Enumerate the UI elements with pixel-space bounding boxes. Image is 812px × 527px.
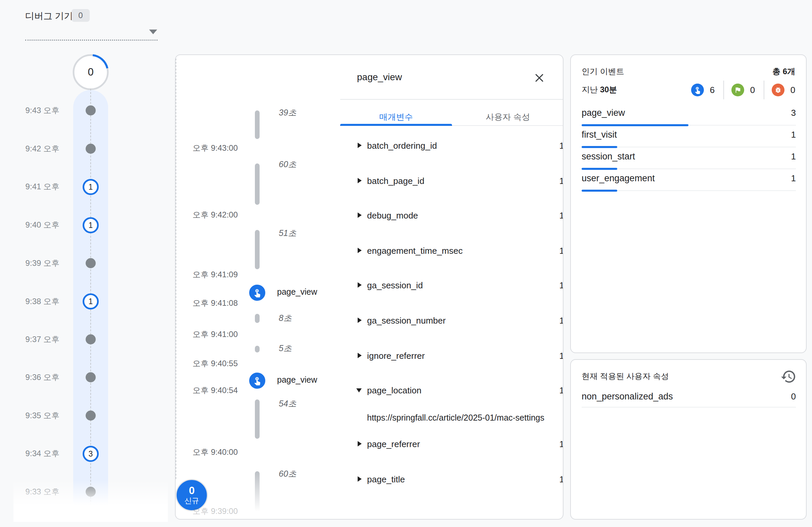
timeline-bottom-fade <box>13 480 168 522</box>
user-property-row[interactable]: non_personalized_ads 0 <box>582 387 796 408</box>
minute-marker-dot[interactable] <box>86 334 96 345</box>
param-row[interactable]: debug_mode 1 <box>357 210 552 222</box>
param-name: page_location <box>367 385 421 396</box>
minute-marker-dot[interactable] <box>86 105 96 116</box>
param-row-expanded[interactable]: page_location 1 <box>357 385 552 397</box>
expand-arrow-icon[interactable] <box>358 353 362 358</box>
duration-label: 60초 <box>279 468 296 479</box>
top-event-row[interactable]: page_view 3 <box>582 104 796 126</box>
expand-arrow-icon[interactable] <box>358 143 362 148</box>
minute-label: 9:37 오후 <box>13 334 59 345</box>
param-row[interactable]: page_title 1 <box>357 474 552 486</box>
minute-marker-count[interactable]: 3 <box>83 446 99 462</box>
event-marker[interactable] <box>249 372 265 389</box>
top-event-count: 1 <box>791 130 796 140</box>
param-name: page_title <box>367 474 405 485</box>
last-30min-prefix: 지난 <box>582 85 600 94</box>
top-events-total: 총 6개 <box>772 66 795 77</box>
param-expanded-value: https://springfall.cc/article/2025-01/ma… <box>367 413 564 423</box>
touch-icon <box>252 376 262 385</box>
user-properties-title: 현재 적용된 사용자 속성 <box>582 371 669 382</box>
engagement-segment <box>255 163 260 205</box>
close-icon[interactable] <box>534 72 545 84</box>
param-row[interactable]: page_referrer 1 <box>357 439 552 451</box>
tab-parameters[interactable]: 매개변수 <box>340 112 452 122</box>
minute-label: 9:41 오후 <box>13 181 59 192</box>
engagement-segment <box>255 230 260 269</box>
minute-marker-count[interactable]: 1 <box>83 293 99 309</box>
param-name: page_referrer <box>367 439 420 450</box>
errors-count: 0 <box>789 85 797 95</box>
active-tab-indicator <box>340 124 452 126</box>
duration-label: 8초 <box>279 312 292 324</box>
event-detail-title: page_view <box>357 72 402 83</box>
expand-arrow-icon[interactable] <box>358 248 362 253</box>
expand-arrow-icon[interactable] <box>358 318 362 323</box>
minute-marker-dot[interactable] <box>86 144 96 154</box>
expand-arrow-icon[interactable] <box>358 476 362 482</box>
stream-timestamp: 오후 9:40:54 <box>184 385 238 396</box>
param-value: 1 <box>537 474 564 485</box>
expand-arrow-icon[interactable] <box>358 282 362 288</box>
top-event-name: first_visit <box>582 130 617 140</box>
detail-header-divider <box>340 99 564 100</box>
event-count-bar <box>582 190 617 192</box>
duration-label: 54초 <box>279 398 296 409</box>
top-events-list: page_view 3 first_visit 1 session_start … <box>582 104 796 191</box>
current-minute-count: 0 <box>72 53 110 91</box>
device-selector-dropdown[interactable] <box>25 20 158 41</box>
param-name: ga_session_number <box>367 316 446 326</box>
minute-marker-dot[interactable] <box>86 372 96 382</box>
user-property-value: 0 <box>791 391 796 402</box>
top-event-row[interactable]: user_engagement 1 <box>582 169 796 191</box>
minute-label: 9:38 오후 <box>13 296 59 307</box>
minute-label: 9:42 오후 <box>13 143 59 154</box>
errors-counter-badge <box>772 84 784 96</box>
param-row[interactable]: ga_session_number 1 <box>357 316 552 327</box>
events-counter-badge <box>691 84 704 96</box>
debugview-page: 디버그 기기 0 0 9:43 오후 9:42 오후 9:41 오후 1 9:4… <box>0 0 812 527</box>
engagement-segment <box>255 346 260 352</box>
param-value: 1 <box>537 246 564 256</box>
minute-label: 9:36 오후 <box>13 372 59 383</box>
collapse-arrow-icon[interactable] <box>356 389 362 392</box>
stream-timestamp: 오후 9:41:00 <box>184 329 238 340</box>
expand-arrow-icon[interactable] <box>358 441 362 447</box>
param-row[interactable]: engagement_time_msec 1 <box>357 246 552 258</box>
expand-arrow-icon[interactable] <box>358 178 362 183</box>
top-event-row[interactable]: session_start 1 <box>582 147 796 169</box>
engagement-segment <box>255 111 260 139</box>
param-row[interactable]: batch_page_id 1 <box>357 176 552 188</box>
minute-label: 9:39 오후 <box>13 258 59 268</box>
user-properties-card: 현재 적용된 사용자 속성 non_personalized_ads 0 <box>570 359 807 519</box>
expand-arrow-icon[interactable] <box>358 213 362 218</box>
history-icon[interactable] <box>780 369 797 385</box>
param-row[interactable]: batch_ordering_id 1 <box>357 141 552 153</box>
minute-marker-count[interactable]: 1 <box>83 217 99 233</box>
duration-label: 5초 <box>279 343 292 354</box>
flag-icon <box>734 86 741 94</box>
duration-label: 39초 <box>279 107 296 118</box>
minute-marker-dot[interactable] <box>86 258 96 268</box>
param-name: batch_page_id <box>367 176 424 186</box>
minute-label: 9:35 오후 <box>13 410 59 421</box>
param-value: 1 <box>537 385 564 396</box>
tab-user-properties[interactable]: 사용자 속성 <box>452 112 564 122</box>
minute-marker-count[interactable]: 1 <box>83 179 99 195</box>
top-event-row[interactable]: first_visit 1 <box>582 126 796 147</box>
stream-timestamp: 오후 9:41:09 <box>184 269 238 280</box>
top-event-name: page_view <box>582 108 625 118</box>
minute-marker-dot[interactable] <box>86 411 96 421</box>
new-user-count: 0 <box>189 485 194 496</box>
stream-timestamp: 오후 9:39:00 <box>184 506 238 516</box>
event-name[interactable]: page_view <box>277 375 317 385</box>
event-marker[interactable] <box>249 284 265 301</box>
top-events-title: 인기 이벤트 <box>582 66 624 77</box>
dropdown-caret-icon[interactable] <box>149 30 157 34</box>
param-row[interactable]: ga_session_id 1 <box>357 280 552 292</box>
param-row[interactable]: ignore_referrer 1 <box>357 351 552 363</box>
stream-timestamp: 오후 9:40:55 <box>184 358 238 369</box>
last-30min-value: 30분 <box>600 85 617 94</box>
engagement-segment <box>255 471 260 515</box>
event-name[interactable]: page_view <box>277 287 317 297</box>
